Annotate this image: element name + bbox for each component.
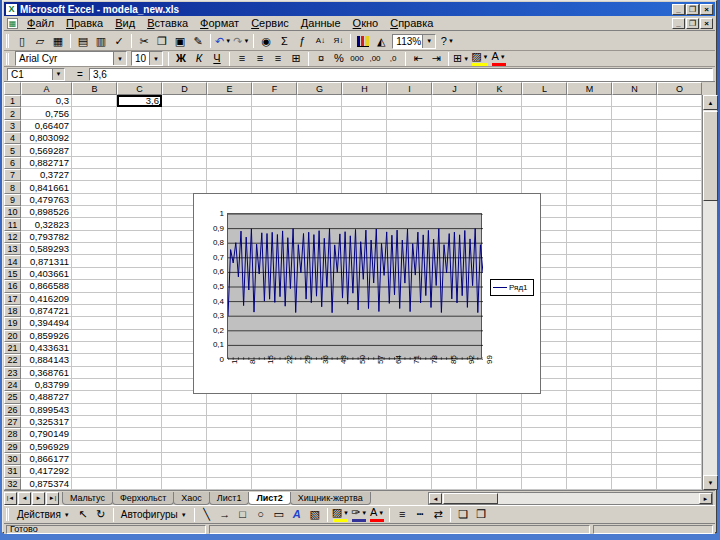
menu-item-формат[interactable]: Формат <box>194 16 245 30</box>
cell-O17[interactable] <box>657 293 702 305</box>
cell-F26[interactable] <box>252 404 297 416</box>
cell-H31[interactable] <box>342 465 387 477</box>
cell-K4[interactable] <box>477 132 522 144</box>
cell-E27[interactable] <box>207 416 252 428</box>
doc-restore-button[interactable]: ❐ <box>686 18 699 29</box>
column-header-G[interactable]: G <box>297 82 342 95</box>
row-header-13[interactable]: 13 <box>4 243 21 255</box>
cell-A18[interactable]: 0,874721 <box>21 305 72 317</box>
cell-N25[interactable] <box>612 391 657 403</box>
cell-C15[interactable] <box>117 268 162 280</box>
cell-F32[interactable] <box>252 478 297 490</box>
cell-M10[interactable] <box>567 206 612 218</box>
cell-H2[interactable] <box>342 107 387 119</box>
row-header-12[interactable]: 12 <box>4 231 21 243</box>
edit-formula-button[interactable]: = <box>73 69 87 80</box>
cell-B6[interactable] <box>72 157 117 169</box>
cell-A14[interactable]: 0,871311 <box>21 255 72 267</box>
cell-A31[interactable]: 0,417292 <box>21 465 72 477</box>
cell-H6[interactable] <box>342 157 387 169</box>
align-center-icon[interactable]: ≡ <box>251 51 269 67</box>
cell-L7[interactable] <box>522 169 567 181</box>
cell-G27[interactable] <box>297 416 342 428</box>
toolbar-grip[interactable] <box>6 53 10 65</box>
chart-legend[interactable]: Ряд1 <box>490 279 534 296</box>
cell-D6[interactable] <box>162 157 207 169</box>
cell-F6[interactable] <box>252 157 297 169</box>
menu-item-вид[interactable]: Вид <box>109 16 141 30</box>
cell-M15[interactable] <box>567 268 612 280</box>
increase-decimal-icon[interactable]: ,00 <box>366 51 384 67</box>
cell-O22[interactable] <box>657 354 702 366</box>
cell-A25[interactable]: 0,488727 <box>21 391 72 403</box>
cell-M14[interactable] <box>567 255 612 267</box>
column-header-L[interactable]: L <box>522 82 567 95</box>
row-header-26[interactable]: 26 <box>4 404 21 416</box>
row-header-18[interactable]: 18 <box>4 305 21 317</box>
cell-L6[interactable] <box>522 157 567 169</box>
cell-J28[interactable] <box>432 428 477 440</box>
cell-J31[interactable] <box>432 465 477 477</box>
cell-M12[interactable] <box>567 231 612 243</box>
cell-O21[interactable] <box>657 342 702 354</box>
paste-icon[interactable]: ▣ <box>171 33 189 49</box>
sort-ascending-icon[interactable]: А↓ <box>311 33 329 49</box>
cell-O10[interactable] <box>657 206 702 218</box>
menu-item-справка[interactable]: Справка <box>384 16 439 30</box>
minimize-button[interactable]: _ <box>672 4 685 15</box>
cell-H4[interactable] <box>342 132 387 144</box>
cell-B30[interactable] <box>72 453 117 465</box>
select-all-corner[interactable] <box>4 82 21 95</box>
cell-F7[interactable] <box>252 169 297 181</box>
cell-C32[interactable] <box>117 478 162 490</box>
print-preview-icon[interactable]: ▥ <box>92 33 110 49</box>
cell-B22[interactable] <box>72 354 117 366</box>
cell-A3[interactable]: 0,66407 <box>21 120 72 132</box>
row-header-29[interactable]: 29 <box>4 441 21 453</box>
cell-O29[interactable] <box>657 441 702 453</box>
row-header-6[interactable]: 6 <box>4 157 21 169</box>
redo-icon[interactable]: ↷▼ <box>232 33 250 49</box>
cell-B14[interactable] <box>72 255 117 267</box>
cell-B16[interactable] <box>72 280 117 292</box>
cell-K28[interactable] <box>477 428 522 440</box>
cell-F4[interactable] <box>252 132 297 144</box>
cell-C26[interactable] <box>117 404 162 416</box>
formula-input[interactable]: 3,6 <box>89 68 713 81</box>
cell-I7[interactable] <box>387 169 432 181</box>
cell-F28[interactable] <box>252 428 297 440</box>
cell-K30[interactable] <box>477 453 522 465</box>
arrow-icon[interactable]: → <box>216 507 234 523</box>
cell-C23[interactable] <box>117 367 162 379</box>
row-header-11[interactable]: 11 <box>4 218 21 230</box>
cell-I5[interactable] <box>387 144 432 156</box>
column-header-H[interactable]: H <box>342 82 387 95</box>
cell-A22[interactable]: 0,884143 <box>21 354 72 366</box>
cell-M20[interactable] <box>567 330 612 342</box>
select-pointer-icon[interactable]: ↖ <box>74 507 92 523</box>
cell-L3[interactable] <box>522 120 567 132</box>
cell-I32[interactable] <box>387 478 432 490</box>
cell-B3[interactable] <box>72 120 117 132</box>
doc-minimize-button[interactable]: _ <box>672 18 685 29</box>
cell-F31[interactable] <box>252 465 297 477</box>
cell-O13[interactable] <box>657 243 702 255</box>
cell-K5[interactable] <box>477 144 522 156</box>
cell-M21[interactable] <box>567 342 612 354</box>
cell-C7[interactable] <box>117 169 162 181</box>
cell-J29[interactable] <box>432 441 477 453</box>
cell-E32[interactable] <box>207 478 252 490</box>
cell-E2[interactable] <box>207 107 252 119</box>
cell-H7[interactable] <box>342 169 387 181</box>
cell-C18[interactable] <box>117 305 162 317</box>
cell-C4[interactable] <box>117 132 162 144</box>
cell-C8[interactable] <box>117 181 162 193</box>
cell-E4[interactable] <box>207 132 252 144</box>
cell-L8[interactable] <box>522 181 567 193</box>
cell-O18[interactable] <box>657 305 702 317</box>
decrease-indent-icon[interactable]: ⇤ <box>409 51 427 67</box>
cell-G8[interactable] <box>297 181 342 193</box>
cell-C3[interactable] <box>117 120 162 132</box>
menu-item-сервис[interactable]: Сервис <box>245 16 295 30</box>
cell-N8[interactable] <box>612 181 657 193</box>
